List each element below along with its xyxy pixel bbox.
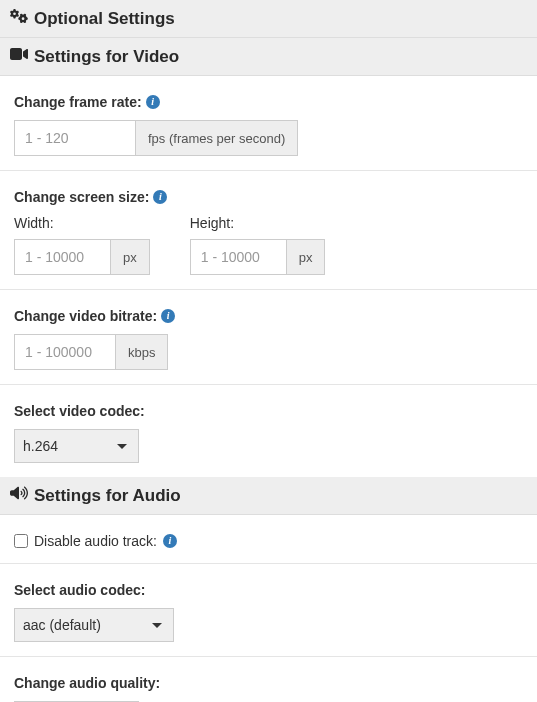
audiocodec-select[interactable]: aac (default) <box>14 608 174 642</box>
width-input-group: px <box>14 239 150 275</box>
height-input-group: px <box>190 239 326 275</box>
gears-icon <box>10 7 28 30</box>
info-icon[interactable]: i <box>163 534 177 548</box>
audiocodec-label-row: Select audio codec: <box>14 582 523 598</box>
audiocodec-section: Select audio codec: aac (default) <box>0 564 537 657</box>
disableaudio-label[interactable]: Disable audio track: <box>34 533 157 549</box>
section-header-audio: Settings for Audio <box>0 477 537 515</box>
info-icon[interactable]: i <box>153 190 167 204</box>
videobitrate-input-group: kbps <box>14 334 168 370</box>
screensize-section: Change screen size: i Width: px Height: … <box>0 171 537 290</box>
framerate-section: Change frame rate: i fps (frames per sec… <box>0 76 537 171</box>
framerate-label-row: Change frame rate: i <box>14 94 523 110</box>
videocodec-select[interactable]: h.264 <box>14 429 139 463</box>
section-title: Optional Settings <box>34 9 175 29</box>
height-input[interactable] <box>191 240 286 274</box>
height-unit: px <box>286 240 325 274</box>
framerate-input-group: fps (frames per second) <box>14 120 298 156</box>
audioquality-label: Change audio quality: <box>14 675 160 691</box>
audiocodec-label: Select audio codec: <box>14 582 145 598</box>
videobitrate-section: Change video bitrate: i kbps <box>0 290 537 385</box>
audioquality-label-row: Change audio quality: <box>14 675 523 691</box>
disableaudio-checkbox[interactable] <box>14 534 28 548</box>
videobitrate-label-row: Change video bitrate: i <box>14 308 523 324</box>
video-camera-icon <box>10 45 28 68</box>
videocodec-section: Select video codec: h.264 <box>0 385 537 477</box>
videocodec-label-row: Select video codec: <box>14 403 523 419</box>
section-header-optional: Optional Settings <box>0 0 537 38</box>
screensize-label: Change screen size: <box>14 189 149 205</box>
section-title: Settings for Audio <box>34 486 181 506</box>
videobitrate-label: Change video bitrate: <box>14 308 157 324</box>
height-label: Height: <box>190 215 326 231</box>
framerate-label: Change frame rate: <box>14 94 142 110</box>
info-icon[interactable]: i <box>146 95 160 109</box>
width-input[interactable] <box>15 240 110 274</box>
videobitrate-input[interactable] <box>15 335 115 369</box>
section-title: Settings for Video <box>34 47 179 67</box>
width-unit: px <box>110 240 149 274</box>
disableaudio-section: Disable audio track: i <box>0 515 537 564</box>
audioquality-section: Change audio quality: no change <box>0 657 537 702</box>
videobitrate-unit: kbps <box>115 335 167 369</box>
info-icon[interactable]: i <box>161 309 175 323</box>
volume-icon <box>10 484 28 507</box>
framerate-input[interactable] <box>15 121 135 155</box>
screensize-label-row: Change screen size: i <box>14 189 523 205</box>
framerate-unit: fps (frames per second) <box>135 121 297 155</box>
section-header-video: Settings for Video <box>0 38 537 76</box>
width-label: Width: <box>14 215 150 231</box>
videocodec-label: Select video codec: <box>14 403 145 419</box>
